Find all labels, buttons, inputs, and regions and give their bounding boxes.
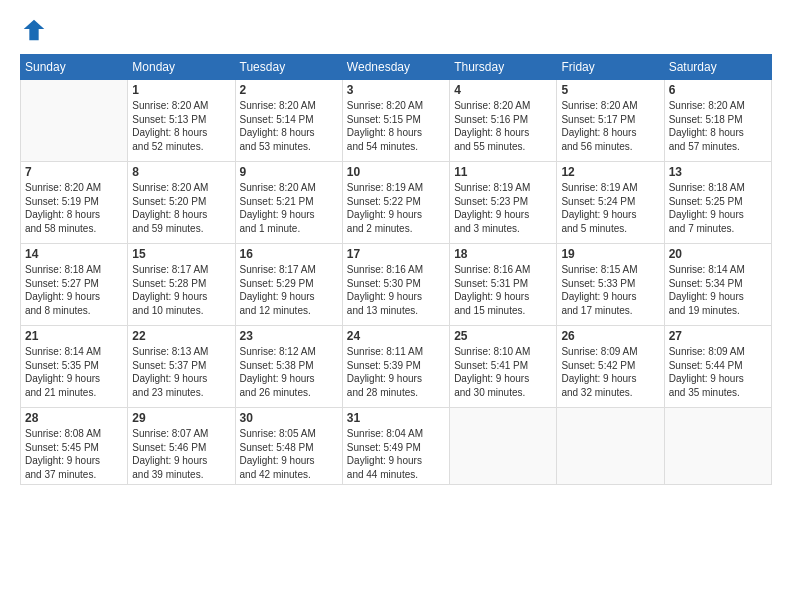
day-of-week-header: Thursday	[450, 55, 557, 80]
calendar-week-row: 7Sunrise: 8:20 AMSunset: 5:19 PMDaylight…	[21, 162, 772, 244]
day-number: 3	[347, 83, 445, 97]
day-number: 14	[25, 247, 123, 261]
calendar-cell: 22Sunrise: 8:13 AMSunset: 5:37 PMDayligh…	[128, 326, 235, 408]
calendar-cell: 21Sunrise: 8:14 AMSunset: 5:35 PMDayligh…	[21, 326, 128, 408]
day-number: 1	[132, 83, 230, 97]
calendar-cell	[21, 80, 128, 162]
day-detail: Sunrise: 8:20 AMSunset: 5:18 PMDaylight:…	[669, 99, 767, 153]
calendar-cell: 6Sunrise: 8:20 AMSunset: 5:18 PMDaylight…	[664, 80, 771, 162]
day-number: 5	[561, 83, 659, 97]
day-number: 28	[25, 411, 123, 425]
calendar-week-row: 28Sunrise: 8:08 AMSunset: 5:45 PMDayligh…	[21, 408, 772, 485]
day-number: 15	[132, 247, 230, 261]
calendar-cell: 3Sunrise: 8:20 AMSunset: 5:15 PMDaylight…	[342, 80, 449, 162]
header	[20, 16, 772, 44]
day-number: 29	[132, 411, 230, 425]
day-detail: Sunrise: 8:20 AMSunset: 5:19 PMDaylight:…	[25, 181, 123, 235]
day-detail: Sunrise: 8:15 AMSunset: 5:33 PMDaylight:…	[561, 263, 659, 317]
calendar-cell: 13Sunrise: 8:18 AMSunset: 5:25 PMDayligh…	[664, 162, 771, 244]
calendar-cell: 28Sunrise: 8:08 AMSunset: 5:45 PMDayligh…	[21, 408, 128, 485]
calendar-cell: 17Sunrise: 8:16 AMSunset: 5:30 PMDayligh…	[342, 244, 449, 326]
calendar-week-row: 21Sunrise: 8:14 AMSunset: 5:35 PMDayligh…	[21, 326, 772, 408]
day-number: 6	[669, 83, 767, 97]
day-detail: Sunrise: 8:20 AMSunset: 5:17 PMDaylight:…	[561, 99, 659, 153]
calendar-week-row: 14Sunrise: 8:18 AMSunset: 5:27 PMDayligh…	[21, 244, 772, 326]
day-detail: Sunrise: 8:20 AMSunset: 5:16 PMDaylight:…	[454, 99, 552, 153]
day-detail: Sunrise: 8:20 AMSunset: 5:20 PMDaylight:…	[132, 181, 230, 235]
calendar-cell: 23Sunrise: 8:12 AMSunset: 5:38 PMDayligh…	[235, 326, 342, 408]
day-detail: Sunrise: 8:17 AMSunset: 5:28 PMDaylight:…	[132, 263, 230, 317]
day-number: 30	[240, 411, 338, 425]
day-number: 10	[347, 165, 445, 179]
calendar-cell: 26Sunrise: 8:09 AMSunset: 5:42 PMDayligh…	[557, 326, 664, 408]
calendar-cell	[557, 408, 664, 485]
day-number: 13	[669, 165, 767, 179]
calendar-table: SundayMondayTuesdayWednesdayThursdayFrid…	[20, 54, 772, 485]
calendar-cell: 7Sunrise: 8:20 AMSunset: 5:19 PMDaylight…	[21, 162, 128, 244]
day-detail: Sunrise: 8:19 AMSunset: 5:22 PMDaylight:…	[347, 181, 445, 235]
day-of-week-header: Saturday	[664, 55, 771, 80]
day-detail: Sunrise: 8:14 AMSunset: 5:35 PMDaylight:…	[25, 345, 123, 399]
day-detail: Sunrise: 8:09 AMSunset: 5:44 PMDaylight:…	[669, 345, 767, 399]
day-detail: Sunrise: 8:07 AMSunset: 5:46 PMDaylight:…	[132, 427, 230, 481]
day-of-week-header: Tuesday	[235, 55, 342, 80]
calendar-cell: 1Sunrise: 8:20 AMSunset: 5:13 PMDaylight…	[128, 80, 235, 162]
day-of-week-header: Wednesday	[342, 55, 449, 80]
day-number: 17	[347, 247, 445, 261]
day-number: 23	[240, 329, 338, 343]
calendar-cell: 31Sunrise: 8:04 AMSunset: 5:49 PMDayligh…	[342, 408, 449, 485]
day-detail: Sunrise: 8:20 AMSunset: 5:15 PMDaylight:…	[347, 99, 445, 153]
day-of-week-header: Sunday	[21, 55, 128, 80]
day-number: 27	[669, 329, 767, 343]
calendar-cell	[450, 408, 557, 485]
day-number: 26	[561, 329, 659, 343]
day-detail: Sunrise: 8:18 AMSunset: 5:25 PMDaylight:…	[669, 181, 767, 235]
day-number: 9	[240, 165, 338, 179]
day-detail: Sunrise: 8:13 AMSunset: 5:37 PMDaylight:…	[132, 345, 230, 399]
day-number: 11	[454, 165, 552, 179]
calendar-cell: 19Sunrise: 8:15 AMSunset: 5:33 PMDayligh…	[557, 244, 664, 326]
day-detail: Sunrise: 8:20 AMSunset: 5:14 PMDaylight:…	[240, 99, 338, 153]
calendar-cell: 18Sunrise: 8:16 AMSunset: 5:31 PMDayligh…	[450, 244, 557, 326]
day-detail: Sunrise: 8:18 AMSunset: 5:27 PMDaylight:…	[25, 263, 123, 317]
day-of-week-header: Monday	[128, 55, 235, 80]
calendar-cell: 8Sunrise: 8:20 AMSunset: 5:20 PMDaylight…	[128, 162, 235, 244]
day-detail: Sunrise: 8:09 AMSunset: 5:42 PMDaylight:…	[561, 345, 659, 399]
day-detail: Sunrise: 8:16 AMSunset: 5:30 PMDaylight:…	[347, 263, 445, 317]
calendar-cell: 20Sunrise: 8:14 AMSunset: 5:34 PMDayligh…	[664, 244, 771, 326]
day-detail: Sunrise: 8:19 AMSunset: 5:24 PMDaylight:…	[561, 181, 659, 235]
day-number: 20	[669, 247, 767, 261]
day-number: 21	[25, 329, 123, 343]
day-detail: Sunrise: 8:20 AMSunset: 5:21 PMDaylight:…	[240, 181, 338, 235]
day-detail: Sunrise: 8:19 AMSunset: 5:23 PMDaylight:…	[454, 181, 552, 235]
calendar-cell: 29Sunrise: 8:07 AMSunset: 5:46 PMDayligh…	[128, 408, 235, 485]
calendar-cell: 30Sunrise: 8:05 AMSunset: 5:48 PMDayligh…	[235, 408, 342, 485]
page: SundayMondayTuesdayWednesdayThursdayFrid…	[0, 0, 792, 612]
calendar-header-row: SundayMondayTuesdayWednesdayThursdayFrid…	[21, 55, 772, 80]
calendar-cell	[664, 408, 771, 485]
logo-icon	[20, 16, 48, 44]
calendar-cell: 14Sunrise: 8:18 AMSunset: 5:27 PMDayligh…	[21, 244, 128, 326]
logo	[20, 16, 52, 44]
day-number: 18	[454, 247, 552, 261]
day-detail: Sunrise: 8:14 AMSunset: 5:34 PMDaylight:…	[669, 263, 767, 317]
day-number: 8	[132, 165, 230, 179]
calendar-cell: 16Sunrise: 8:17 AMSunset: 5:29 PMDayligh…	[235, 244, 342, 326]
day-number: 24	[347, 329, 445, 343]
day-number: 2	[240, 83, 338, 97]
day-detail: Sunrise: 8:17 AMSunset: 5:29 PMDaylight:…	[240, 263, 338, 317]
calendar-cell: 25Sunrise: 8:10 AMSunset: 5:41 PMDayligh…	[450, 326, 557, 408]
day-detail: Sunrise: 8:12 AMSunset: 5:38 PMDaylight:…	[240, 345, 338, 399]
day-of-week-header: Friday	[557, 55, 664, 80]
day-number: 31	[347, 411, 445, 425]
day-detail: Sunrise: 8:16 AMSunset: 5:31 PMDaylight:…	[454, 263, 552, 317]
day-detail: Sunrise: 8:20 AMSunset: 5:13 PMDaylight:…	[132, 99, 230, 153]
calendar-cell: 5Sunrise: 8:20 AMSunset: 5:17 PMDaylight…	[557, 80, 664, 162]
calendar-cell: 24Sunrise: 8:11 AMSunset: 5:39 PMDayligh…	[342, 326, 449, 408]
day-detail: Sunrise: 8:11 AMSunset: 5:39 PMDaylight:…	[347, 345, 445, 399]
day-number: 4	[454, 83, 552, 97]
day-number: 25	[454, 329, 552, 343]
day-number: 16	[240, 247, 338, 261]
calendar-cell: 9Sunrise: 8:20 AMSunset: 5:21 PMDaylight…	[235, 162, 342, 244]
calendar-cell: 27Sunrise: 8:09 AMSunset: 5:44 PMDayligh…	[664, 326, 771, 408]
